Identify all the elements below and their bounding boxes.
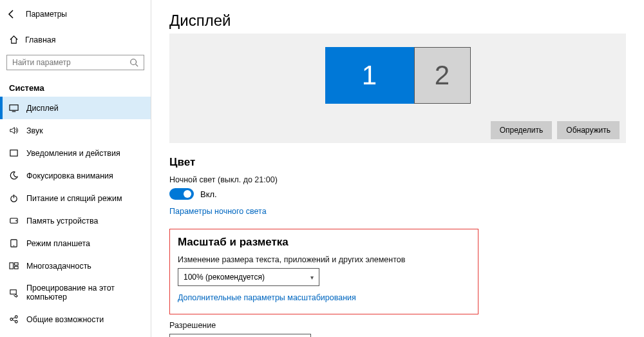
nav-label: Питание и спящий режим — [26, 194, 122, 203]
sidebar-header: Параметры — [0, 0, 151, 28]
nav-item-remote[interactable]: Удаленный рабочий стол — [0, 331, 151, 337]
resolution-block: Разрешение 1920 × 1080 (рекомендуется) ▾ — [169, 321, 626, 337]
chevron-down-icon: ▾ — [310, 274, 314, 281]
nav-label: Режим планшета — [26, 239, 90, 248]
projecting-icon — [9, 288, 19, 298]
svg-point-0 — [131, 59, 137, 65]
monitor-2[interactable]: 2 — [414, 47, 471, 104]
nav-item-storage[interactable]: Память устройства — [0, 209, 151, 232]
svg-rect-11 — [10, 263, 14, 269]
nav-label: Звук — [26, 126, 43, 135]
back-button[interactable] — [3, 5, 21, 23]
nav-label: Память устройства — [26, 217, 98, 226]
toggle-state-label: Вкл. — [200, 189, 217, 199]
nav-label: Многозадачность — [26, 262, 91, 271]
nav-item-power[interactable]: Питание и спящий режим — [0, 187, 151, 209]
scale-value: 100% (рекомендуется) — [184, 273, 265, 282]
sidebar: Параметры Главная Система Дисплей Звук У… — [0, 0, 151, 337]
nav-item-sound[interactable]: Звук — [0, 119, 151, 142]
resolution-dropdown[interactable]: 1920 × 1080 (рекомендуется) ▾ — [169, 334, 311, 337]
nav-label: Проецирование на этот компьютер — [26, 284, 142, 302]
focus-icon — [9, 171, 19, 180]
monitor-1[interactable]: 1 — [325, 47, 414, 104]
svg-line-18 — [13, 318, 15, 319]
identify-button[interactable]: Обнаружить — [557, 121, 620, 139]
category-label: Система — [0, 77, 151, 97]
svg-point-16 — [15, 316, 17, 318]
svg-point-15 — [10, 318, 13, 321]
scale-section-title: Масштаб и разметка — [178, 236, 470, 249]
search-box[interactable] — [6, 55, 144, 70]
home-icon — [9, 35, 19, 44]
nav-item-shared[interactable]: Общие возможности — [0, 308, 151, 331]
nav-item-tablet[interactable]: Режим планшета — [0, 232, 151, 255]
shared-icon — [9, 314, 19, 324]
nav-item-multitask[interactable]: Многозадачность — [0, 255, 151, 277]
night-light-toggle-row: Вкл. — [169, 188, 626, 200]
detect-button[interactable]: Определить — [491, 121, 553, 139]
monitor-buttons: Определить Обнаружить — [169, 117, 626, 143]
svg-rect-12 — [14, 263, 18, 265]
svg-line-19 — [13, 320, 15, 322]
nav-label: Уведомления и действия — [26, 149, 120, 158]
display-icon — [9, 103, 19, 113]
svg-line-1 — [136, 64, 138, 67]
nav-item-notifications[interactable]: Уведомления и действия — [0, 142, 151, 164]
scale-highlight-box: Масштаб и разметка Изменение размера тек… — [169, 229, 478, 314]
arrow-left-icon — [6, 9, 17, 19]
sound-icon — [9, 126, 19, 135]
night-light-toggle[interactable] — [169, 188, 194, 200]
page-title: Дисплей — [169, 12, 626, 30]
multitask-icon — [9, 261, 19, 271]
color-section-title: Цвет — [169, 156, 626, 169]
night-light-label: Ночной свет (выкл. до 21:00) — [169, 175, 626, 184]
nav-label: Общие возможности — [26, 315, 104, 324]
storage-icon — [9, 216, 19, 226]
search-icon — [129, 58, 138, 67]
tablet-icon — [9, 238, 19, 248]
svg-rect-14 — [10, 290, 16, 294]
svg-rect-4 — [10, 150, 17, 156]
scale-dropdown[interactable]: 100% (рекомендуется) ▾ — [178, 268, 319, 286]
svg-rect-2 — [10, 105, 18, 110]
monitor-panel: 1 2 Определить Обнаружить — [169, 34, 626, 143]
nav-label: Фокусировка внимания — [26, 171, 113, 180]
advanced-scaling-link[interactable]: Дополнительные параметры масштабирования — [178, 293, 356, 302]
svg-rect-13 — [14, 267, 18, 269]
monitor-area: 1 2 — [169, 34, 626, 117]
nav-item-projecting[interactable]: Проецирование на этот компьютер — [0, 277, 151, 308]
window-title: Параметры — [26, 10, 67, 19]
svg-point-8 — [15, 220, 17, 222]
svg-point-17 — [15, 321, 17, 323]
search-input[interactable] — [12, 58, 129, 67]
svg-point-10 — [14, 246, 14, 246]
main-content: Дисплей 1 2 Определить Обнаружить Цвет Н… — [151, 0, 644, 337]
nav-item-display[interactable]: Дисплей — [0, 97, 151, 119]
power-icon — [9, 193, 19, 203]
nav-list: Дисплей Звук Уведомления и действия Фоку… — [0, 97, 151, 337]
notifications-icon — [9, 148, 19, 158]
nav-item-focus[interactable]: Фокусировка внимания — [0, 164, 151, 187]
scale-desc: Изменение размера текста, приложений и д… — [178, 255, 470, 264]
home-label: Главная — [25, 35, 56, 44]
nav-label: Дисплей — [26, 104, 59, 113]
night-light-settings-link[interactable]: Параметры ночного света — [169, 207, 267, 216]
resolution-label: Разрешение — [169, 321, 626, 330]
home-link[interactable]: Главная — [0, 31, 151, 48]
